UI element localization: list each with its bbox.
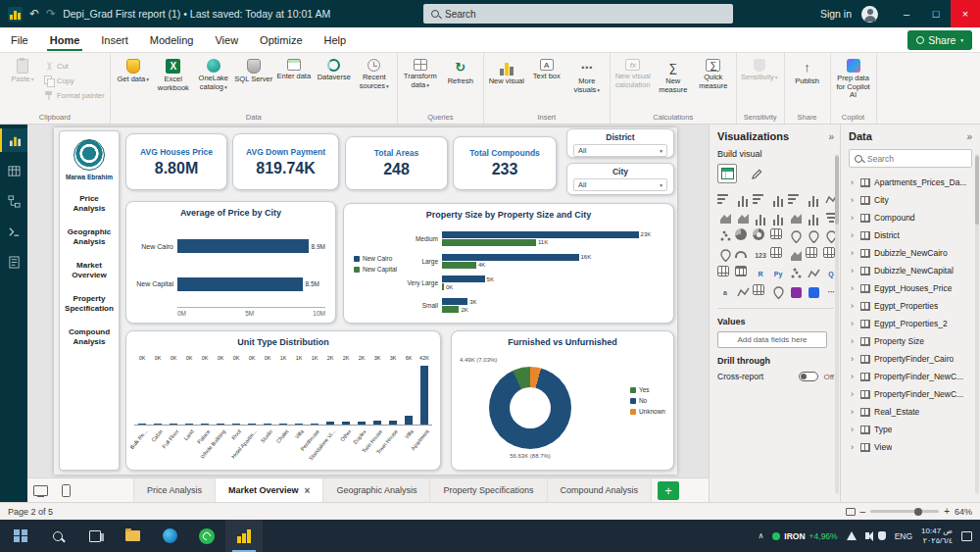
bar[interactable]: [279, 424, 287, 425]
power-apps-visual-icon[interactable]: [788, 284, 804, 300]
sign-in-button[interactable]: Sign in: [820, 8, 852, 20]
bar[interactable]: [442, 262, 476, 269]
clock[interactable]: 10:47 ص ٢٠٢٥/٦/٤: [921, 527, 953, 546]
field-dubizzle-newcairo[interactable]: ›Dubizzle_NewCairo: [849, 244, 972, 262]
stacked-column-chart-visual-icon[interactable]: [735, 191, 751, 207]
page-tab-market-overview[interactable]: Market Overview×: [216, 478, 323, 502]
bar[interactable]: [232, 424, 240, 425]
ribbon-button-quick-measure[interactable]: ∑Quick measure: [694, 55, 733, 111]
unit-type-distribution-chart[interactable]: Unit Type Distribution 0KBulk Re...0KCab…: [125, 330, 441, 471]
close-tab-icon[interactable]: ×: [305, 485, 311, 496]
expand-chevron-icon[interactable]: ›: [851, 266, 857, 276]
table-visual-icon[interactable]: [717, 266, 729, 276]
kpi-card-avg-houses-price[interactable]: AVG Houses Price 8.80M: [125, 133, 227, 190]
bar[interactable]: [295, 424, 303, 425]
scatter-chart-visual-icon[interactable]: [717, 228, 733, 244]
ribbon-button-new-visual[interactable]: New visual: [487, 55, 526, 111]
menu-tab-insert[interactable]: Insert: [90, 27, 139, 52]
undo-icon[interactable]: ↶: [29, 7, 39, 21]
field-property-size[interactable]: ›Property Size: [849, 332, 972, 350]
power-bi-taskbar-icon[interactable]: [225, 520, 263, 552]
pie-chart-visual-icon[interactable]: [735, 228, 747, 240]
bar[interactable]: [154, 424, 162, 425]
dashboard-nav-property-specification[interactable]: Property Specification: [63, 294, 116, 314]
field-apartments-prices-da[interactable]: ›Apartments_Prices_Da...: [849, 174, 972, 191]
stacked-area-chart-visual-icon[interactable]: [735, 210, 751, 226]
menu-tab-home[interactable]: Home: [39, 27, 91, 52]
city-dropdown[interactable]: All ▾: [573, 178, 667, 191]
task-view-taskbar-icon[interactable]: [76, 520, 114, 552]
stock-ticker-widget[interactable]: IRON +4,96%: [772, 531, 837, 541]
slicer-visual-icon[interactable]: [806, 247, 817, 258]
bar[interactable]: [185, 424, 193, 425]
bar[interactable]: [177, 277, 303, 291]
kpi-card-total-areas[interactable]: Total Areas 248: [345, 136, 448, 190]
table-view-button[interactable]: [0, 159, 27, 182]
titlebar-search-box[interactable]: Search: [423, 4, 733, 24]
dax-query-view-button[interactable]: [0, 220, 27, 243]
tmdl-view-button[interactable]: [0, 250, 27, 274]
area-chart-visual-icon[interactable]: [717, 210, 733, 226]
field-compound[interactable]: ›Compound: [849, 209, 972, 226]
ribbon-button-get-data[interactable]: Get data▾: [114, 55, 153, 111]
desktop-layout-icon[interactable]: [27, 478, 53, 502]
avg-price-by-city-chart[interactable]: Average of Price by City New Cairo8.9MNe…: [125, 201, 336, 324]
clustered-bar-chart-visual-icon[interactable]: [753, 191, 768, 207]
clustered-column-chart-visual-icon[interactable]: [770, 191, 786, 207]
field-egypt-properties-2[interactable]: ›Egypt_Properties_2: [849, 315, 972, 332]
expand-chevron-icon[interactable]: ›: [851, 177, 857, 187]
waterfall-chart-visual-icon[interactable]: [806, 210, 821, 226]
field-city[interactable]: ›City: [849, 191, 972, 209]
ribbon-button-recent-sources[interactable]: Recent sources▾: [355, 55, 394, 111]
bar[interactable]: [442, 231, 639, 238]
file-explorer-taskbar-icon[interactable]: [114, 520, 151, 552]
edge-taskbar-icon[interactable]: [151, 520, 188, 552]
expand-chevron-icon[interactable]: ›: [851, 425, 857, 434]
expand-chevron-icon[interactable]: ›: [851, 283, 857, 293]
bar[interactable]: [264, 424, 271, 425]
paginated-report-visual-icon[interactable]: [753, 284, 764, 295]
network-icon[interactable]: [847, 531, 857, 540]
power-automate-visual-icon[interactable]: [806, 284, 821, 300]
field-propertyfinder-newc[interactable]: ›PropertyFinder_NewC...: [849, 385, 972, 403]
search-taskbar-icon[interactable]: [39, 520, 76, 552]
r-script-visual-visual-icon[interactable]: R: [753, 266, 768, 281]
ribbon-button-transform-data[interactable]: Transform data▾: [401, 55, 440, 111]
bar[interactable]: [442, 239, 536, 246]
redo-icon[interactable]: ↷: [46, 7, 56, 21]
page-tab-price-analysis[interactable]: Price Analysis: [133, 478, 216, 502]
field-egypt-houses-price[interactable]: ›Egypt_Houses_Price: [849, 279, 972, 297]
start-taskbar-icon[interactable]: [2, 520, 39, 552]
whatsapp-taskbar-icon[interactable]: [188, 520, 225, 552]
expand-chevron-icon[interactable]: ›: [851, 389, 857, 399]
expand-chevron-icon[interactable]: ›: [851, 195, 857, 205]
expand-chevron-icon[interactable]: ›: [851, 230, 857, 240]
page-tab-geographic-analysis[interactable]: Geographic Analysis: [323, 478, 430, 502]
bar[interactable]: [201, 424, 209, 425]
expand-chevron-icon[interactable]: ›: [851, 372, 857, 381]
mobile-layout-icon[interactable]: [53, 478, 78, 502]
line-and-clustered-column-chart-visual-icon[interactable]: [770, 210, 786, 226]
zoom-in-button[interactable]: +: [944, 506, 950, 517]
report-view-button[interactable]: [0, 128, 27, 152]
ribbon-button-refresh[interactable]: ↻Refresh: [441, 55, 480, 111]
bar[interactable]: [405, 416, 413, 425]
treemap-visual-icon[interactable]: [770, 228, 782, 239]
field-dubizzle-newcapital[interactable]: ›Dubizzle_NewCapital: [849, 262, 972, 279]
field-view[interactable]: ›View: [849, 438, 972, 456]
ribbon-button-onelake-catalog[interactable]: OneLake catalog▾: [194, 55, 233, 111]
dashboard-nav-price-analysis[interactable]: Price Analysis: [63, 194, 116, 214]
gauge-visual-icon[interactable]: [735, 251, 747, 258]
ribbon-button-enter-data[interactable]: Enter data: [274, 55, 314, 111]
filled-map-visual-icon[interactable]: [806, 228, 821, 244]
expand-chevron-icon[interactable]: ›: [851, 319, 857, 328]
field-type[interactable]: ›Type: [849, 421, 972, 438]
model-view-button[interactable]: [0, 189, 27, 213]
bar[interactable]: [311, 424, 318, 425]
dashboard-nav-market-overview[interactable]: Market Overview: [63, 261, 116, 280]
bar[interactable]: [217, 424, 224, 425]
page-tab-compound-analysis[interactable]: Compound Analysis: [548, 478, 653, 502]
azure-map-visual-icon[interactable]: [717, 247, 733, 263]
bar[interactable]: [326, 422, 334, 425]
bar[interactable]: [442, 254, 579, 261]
